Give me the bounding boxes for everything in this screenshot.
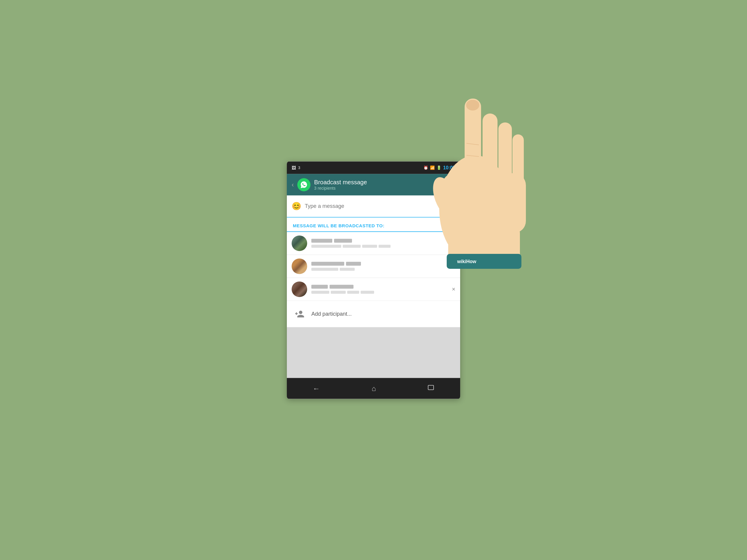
avatar-2 — [292, 258, 307, 274]
recipient-item-1: × — [287, 232, 460, 255]
back-button[interactable]: ‹ — [292, 181, 294, 188]
add-participant-label: Add participant... — [311, 311, 352, 317]
svg-rect-4 — [483, 113, 497, 188]
whatsapp-logo — [297, 178, 310, 191]
message-input[interactable] — [305, 203, 439, 209]
recipient-info-2 — [311, 262, 447, 271]
recipient-item-3: × — [287, 278, 460, 301]
nav-subtitle: 3 recipients — [314, 186, 442, 191]
status-bar: 🖼 3 ⏰ 📶 🔋 10:05 — [287, 161, 460, 174]
name-blur-1a — [311, 239, 332, 242]
nav-bar: ‹ Broadcast message 3 recipients 📎 — [287, 174, 460, 195]
nav-title: Broadcast message — [314, 179, 442, 186]
bottom-nav: ← ⌂ — [287, 378, 460, 399]
svg-line-11 — [467, 143, 479, 145]
image-status-icon: 🖼 — [292, 165, 296, 170]
attach-button[interactable]: 📎 — [444, 178, 458, 191]
home-nav-button[interactable]: ⌂ — [372, 384, 376, 393]
name-blur-2a — [311, 262, 344, 266]
emoji-button[interactable]: 😊 — [292, 202, 301, 211]
nav-title-area: Broadcast message 3 recipients — [314, 179, 442, 191]
sub-blur-3b — [331, 291, 346, 294]
name-blur-3b — [330, 285, 354, 289]
sub-blur-1d — [379, 245, 390, 247]
status-bar-left: 🖼 3 — [292, 165, 300, 170]
sub-row-2 — [311, 268, 447, 271]
message-input-area: 😊 — [287, 195, 460, 217]
gray-area — [287, 327, 460, 378]
name-blur-2b — [346, 262, 361, 266]
send-button[interactable] — [442, 199, 455, 213]
sub-row-3 — [311, 291, 447, 294]
recipient-info-1 — [311, 239, 447, 247]
signal-icon: 📶 — [430, 165, 435, 170]
3-status-icon: 3 — [298, 165, 300, 170]
sub-blur-1c — [362, 245, 377, 247]
name-row-2 — [311, 262, 447, 266]
sub-blur-3a — [311, 291, 329, 294]
svg-rect-6 — [512, 134, 524, 191]
svg-rect-0 — [428, 385, 434, 390]
remove-button-1[interactable]: × — [452, 240, 455, 247]
sub-blur-3d — [361, 291, 374, 294]
name-row-3 — [311, 285, 447, 289]
sub-blur-1a — [311, 245, 341, 247]
recipient-info-3 — [311, 285, 447, 294]
broadcast-header-text: MESSAGE WILL BE BROADCASTED TO: — [293, 223, 385, 228]
sub-blur-2a — [311, 268, 338, 271]
svg-point-13 — [466, 100, 479, 110]
svg-line-12 — [467, 155, 479, 157]
broadcast-header: MESSAGE WILL BE BROADCASTED TO: — [287, 217, 460, 232]
avatar-3 — [292, 281, 307, 297]
back-nav-button[interactable]: ← — [313, 384, 320, 393]
name-row-1 — [311, 239, 447, 242]
battery-icon: 🔋 — [437, 165, 441, 170]
broadcast-list: MESSAGE WILL BE BROADCASTED TO: × — [287, 217, 460, 327]
alarm-icon: ⏰ — [423, 165, 428, 170]
status-time: 10:05 — [443, 165, 455, 170]
name-blur-3a — [311, 285, 328, 289]
svg-rect-5 — [498, 123, 512, 188]
status-bar-right: ⏰ 📶 🔋 10:05 — [423, 165, 455, 170]
remove-button-3[interactable]: × — [452, 286, 455, 293]
name-blur-1b — [334, 239, 352, 242]
recent-nav-button[interactable] — [428, 384, 434, 393]
sub-row-1 — [311, 245, 447, 247]
avatar-1 — [292, 235, 307, 251]
recipient-item-2: × — [287, 255, 460, 278]
sub-blur-2b — [340, 268, 355, 271]
add-person-icon — [292, 306, 307, 322]
add-participant-button[interactable]: Add participant... — [287, 301, 460, 327]
phone-frame: 🖼 3 ⏰ 📶 🔋 10:05 ‹ Broadcast message 3 re… — [287, 161, 460, 399]
sub-blur-1b — [343, 245, 361, 247]
remove-button-2[interactable]: × — [452, 263, 455, 270]
sub-blur-3c — [347, 291, 359, 294]
svg-rect-3 — [465, 99, 481, 182]
